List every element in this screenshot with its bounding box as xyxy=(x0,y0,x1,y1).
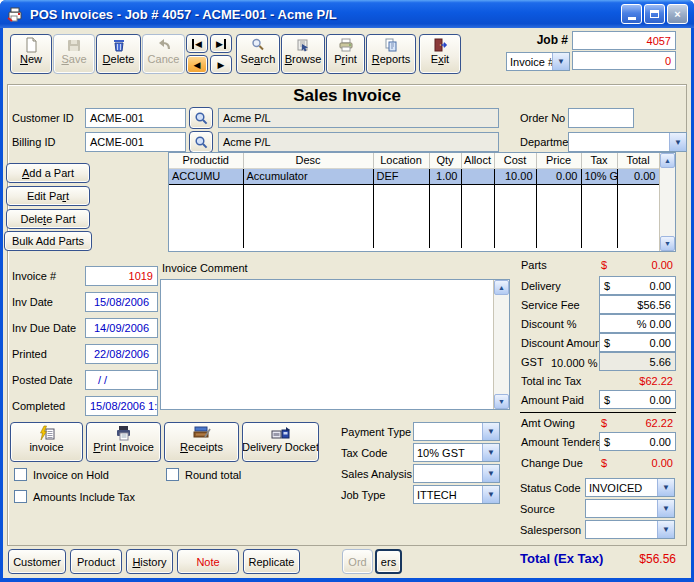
payment-type-select[interactable]: ▼ xyxy=(413,422,500,441)
add-part-button[interactable]: Add a Part xyxy=(6,163,90,183)
dropdown-arrow-icon[interactable]: ▼ xyxy=(482,465,499,482)
tab-history[interactable]: History xyxy=(126,549,173,574)
exit-button[interactable]: Exit xyxy=(419,34,461,74)
amount-tendered-field[interactable]: $ 0.00 xyxy=(599,432,676,451)
new-button[interactable]: New xyxy=(10,34,52,74)
bulk-add-parts-button[interactable]: Bulk Add Parts xyxy=(4,231,92,251)
maximize-button[interactable] xyxy=(644,4,665,24)
record-type-selector[interactable]: Invoice # ▼ xyxy=(506,52,570,71)
billing-lookup-button[interactable] xyxy=(189,131,213,153)
customer-lookup-button[interactable] xyxy=(189,107,213,129)
delivery-field[interactable]: $ 0.00 xyxy=(599,276,676,295)
col-total[interactable]: Total xyxy=(617,153,659,168)
cell-qty[interactable]: 1.00 xyxy=(429,168,461,184)
salesperson-select[interactable]: ▼ xyxy=(585,520,675,539)
nav-prev-button[interactable]: ◀ xyxy=(186,55,208,74)
cell-productid[interactable]: ACCUMU xyxy=(169,168,243,184)
invoice-comment-textarea[interactable] xyxy=(160,279,510,410)
invoice-on-hold-checkbox[interactable] xyxy=(14,468,27,481)
print-invoice-button[interactable]: Print Invoice xyxy=(86,422,161,462)
dropdown-arrow-icon[interactable]: ▼ xyxy=(657,479,674,496)
scroll-down-icon[interactable]: ▼ xyxy=(660,236,675,251)
status-code-select[interactable]: INVOICED ▼ xyxy=(585,478,675,497)
tab-ers[interactable]: ers xyxy=(375,549,402,574)
scroll-up-icon[interactable]: ▲ xyxy=(660,153,675,168)
invoice-no-field[interactable]: 1019 xyxy=(85,266,158,286)
col-productid[interactable]: Productid xyxy=(169,153,243,168)
title-bar[interactable]: POS Invoices - Job # 4057 - ACME-001 - A… xyxy=(0,0,694,28)
comment-scrollbar[interactable]: ▲ ▼ xyxy=(493,280,509,409)
dropdown-arrow-icon[interactable]: ▼ xyxy=(482,423,499,440)
cell-total[interactable]: 0.00 xyxy=(617,168,659,184)
col-qty[interactable]: Qty xyxy=(429,153,461,168)
sales-analysis-select[interactable]: ▼ xyxy=(413,464,500,483)
completed-field[interactable]: 15/08/2006 1: xyxy=(85,396,158,416)
grid-row-selected[interactable]: ACCUMU Accumulator DEF 1.00 10.00 0.00 1… xyxy=(169,168,659,184)
printed-field[interactable]: 22/08/2006 xyxy=(85,344,158,364)
completed-value: 15/08/2006 1: xyxy=(90,400,157,412)
delete-part-button[interactable]: Delete Part xyxy=(6,209,90,229)
inv-due-date-field[interactable]: 14/09/2006 xyxy=(85,318,158,338)
reports-button[interactable]: Reports xyxy=(366,34,416,74)
round-total-checkbox[interactable] xyxy=(166,468,179,481)
close-button[interactable]: × xyxy=(667,4,688,24)
nav-last-button[interactable]: ▶ xyxy=(210,34,232,53)
invoice-button[interactable]: invoice xyxy=(10,422,83,462)
dropdown-arrow-icon[interactable]: ▼ xyxy=(482,444,499,461)
tab-note[interactable]: Note xyxy=(177,549,239,574)
dropdown-arrow-icon[interactable]: ▼ xyxy=(657,521,674,538)
order-no-input[interactable] xyxy=(568,108,634,128)
invoice-number-field[interactable]: 0 xyxy=(572,51,676,70)
grid-empty-row xyxy=(169,200,659,216)
service-fee-field[interactable]: $56.56 xyxy=(599,295,676,314)
customer-id-input[interactable]: ACME-001 xyxy=(85,108,186,128)
delivery-docket-button[interactable]: Delivery Docket xyxy=(242,422,319,462)
dropdown-arrow-icon[interactable]: ▼ xyxy=(657,500,674,517)
discount-amount-field[interactable]: $ 0.00 xyxy=(599,333,676,352)
cell-cost[interactable]: 10.00 xyxy=(494,168,536,184)
col-alloct[interactable]: Alloct xyxy=(461,153,494,168)
posted-date-field[interactable]: / / xyxy=(85,370,158,390)
minimize-button[interactable] xyxy=(621,4,642,24)
amount-paid-field[interactable]: $ 0.00 xyxy=(599,390,676,409)
cell-desc[interactable]: Accumulator xyxy=(243,168,373,184)
nav-next-button[interactable]: ▶ xyxy=(210,55,232,74)
dropdown-arrow-icon[interactable]: ▼ xyxy=(669,133,686,151)
cell-tax[interactable]: 10% GS xyxy=(581,168,617,184)
col-cost[interactable]: Cost xyxy=(494,153,536,168)
delete-button[interactable]: Delete xyxy=(96,34,141,74)
col-tax[interactable]: Tax xyxy=(581,153,617,168)
tax-code-select[interactable]: 10% GST ▼ xyxy=(413,443,500,462)
inv-date-field[interactable]: 15/08/2006 xyxy=(85,292,158,312)
source-label: Source xyxy=(520,503,555,515)
dropdown-arrow-icon[interactable]: ▼ xyxy=(552,53,569,70)
col-location[interactable]: Location xyxy=(373,153,429,168)
grid-scrollbar[interactable]: ▲ ▼ xyxy=(659,153,675,251)
job-type-select[interactable]: ITTECH ▼ xyxy=(413,485,500,504)
cell-alloct[interactable] xyxy=(461,168,494,184)
cell-price[interactable]: 0.00 xyxy=(536,168,581,184)
amounts-include-tax-checkbox[interactable] xyxy=(14,490,27,503)
discount-pct-field[interactable]: % 0.00 xyxy=(599,314,676,333)
billing-id-input[interactable]: ACME-001 xyxy=(85,132,186,152)
tab-customer[interactable]: Customer xyxy=(8,549,66,574)
browse-button[interactable]: Browse xyxy=(281,34,325,74)
col-price[interactable]: Price xyxy=(536,153,581,168)
dropdown-arrow-icon[interactable]: ▼ xyxy=(482,486,499,503)
scroll-down-icon[interactable]: ▼ xyxy=(494,394,509,409)
nav-first-button[interactable]: ◀ xyxy=(186,34,208,53)
tab-replicate[interactable]: Replicate xyxy=(243,549,300,574)
source-select[interactable]: ▼ xyxy=(585,499,675,518)
edit-part-button[interactable]: Edit Part xyxy=(6,186,90,206)
department-select[interactable]: ▼ xyxy=(568,132,687,152)
total-inc-tax-label: Total inc Tax xyxy=(521,375,581,387)
print-button[interactable]: Print xyxy=(326,34,365,74)
tab-product[interactable]: Product xyxy=(70,549,122,574)
job-number-field[interactable]: 4057 xyxy=(572,31,676,50)
search-button[interactable]: Search xyxy=(236,34,280,74)
receipts-button[interactable]: Receipts xyxy=(164,422,239,462)
scroll-up-icon[interactable]: ▲ xyxy=(494,280,509,295)
billing-lookup-magnifier-icon xyxy=(194,135,209,150)
col-desc[interactable]: Desc xyxy=(243,153,373,168)
cell-location[interactable]: DEF xyxy=(373,168,429,184)
